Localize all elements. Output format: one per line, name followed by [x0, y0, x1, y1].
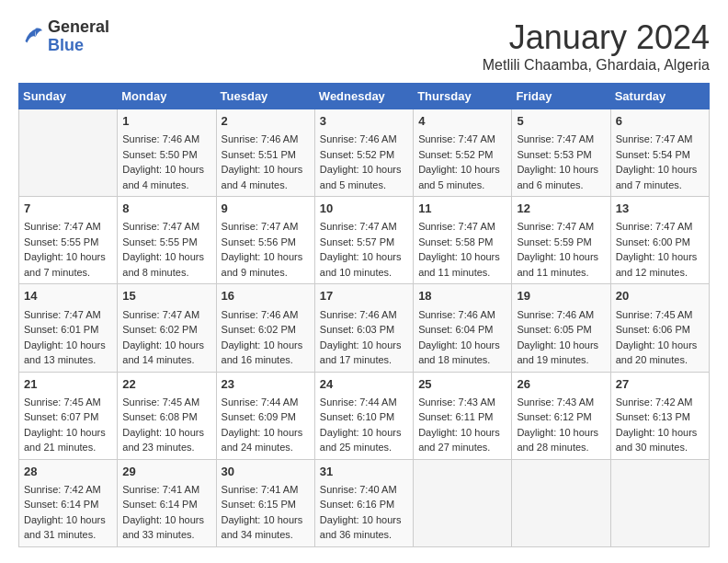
day-info: Sunrise: 7:45 AMSunset: 6:08 PMDaylight:…	[122, 395, 210, 455]
calendar-cell: 7Sunrise: 7:47 AMSunset: 5:55 PMDaylight…	[19, 197, 118, 284]
calendar-cell: 15Sunrise: 7:47 AMSunset: 6:02 PMDayligh…	[118, 284, 216, 372]
day-info: Sunrise: 7:47 AMSunset: 5:52 PMDaylight:…	[418, 132, 506, 192]
calendar-cell: 6Sunrise: 7:47 AMSunset: 5:54 PMDaylight…	[610, 109, 709, 197]
day-info: Sunrise: 7:46 AMSunset: 5:52 PMDaylight:…	[320, 132, 408, 192]
calendar-cell: 2Sunrise: 7:46 AMSunset: 5:51 PMDaylight…	[216, 109, 314, 197]
calendar-cell	[19, 109, 118, 197]
day-number: 28	[24, 464, 112, 480]
day-info: Sunrise: 7:43 AMSunset: 6:12 PMDaylight:…	[517, 395, 605, 455]
calendar-cell: 28Sunrise: 7:42 AMSunset: 6:14 PMDayligh…	[19, 459, 118, 546]
calendar-cell: 11Sunrise: 7:47 AMSunset: 5:58 PMDayligh…	[414, 197, 512, 284]
calendar-cell: 3Sunrise: 7:46 AMSunset: 5:52 PMDaylight…	[314, 109, 413, 197]
day-info: Sunrise: 7:45 AMSunset: 6:07 PMDaylight:…	[24, 395, 112, 455]
day-info: Sunrise: 7:47 AMSunset: 6:00 PMDaylight:…	[616, 219, 704, 280]
day-number: 22	[122, 376, 210, 393]
calendar-cell: 16Sunrise: 7:46 AMSunset: 6:02 PMDayligh…	[216, 284, 314, 372]
day-info: Sunrise: 7:42 AMSunset: 6:14 PMDaylight:…	[24, 482, 112, 543]
calendar-cell	[512, 459, 610, 546]
calendar-cell: 23Sunrise: 7:44 AMSunset: 6:09 PMDayligh…	[216, 372, 314, 459]
day-number: 24	[320, 376, 408, 393]
day-info: Sunrise: 7:46 AMSunset: 5:51 PMDaylight:…	[222, 132, 310, 192]
day-number: 7	[24, 201, 112, 217]
day-info: Sunrise: 7:47 AMSunset: 5:56 PMDaylight:…	[222, 219, 310, 280]
day-number: 1	[122, 113, 210, 130]
day-number: 27	[616, 376, 704, 393]
day-of-week-header: Thursday	[414, 84, 512, 109]
calendar-week-row: 28Sunrise: 7:42 AMSunset: 6:14 PMDayligh…	[19, 459, 710, 546]
day-number: 14	[24, 288, 112, 304]
page-subtitle: Metlili Chaamba, Ghardaia, Algeria	[483, 57, 710, 74]
day-number: 4	[418, 113, 506, 130]
day-info: Sunrise: 7:47 AMSunset: 6:02 PMDaylight:…	[122, 307, 210, 368]
calendar-cell: 12Sunrise: 7:47 AMSunset: 5:59 PMDayligh…	[512, 197, 610, 284]
day-info: Sunrise: 7:43 AMSunset: 6:11 PMDaylight:…	[418, 395, 506, 455]
calendar-cell: 1Sunrise: 7:46 AMSunset: 5:50 PMDaylight…	[118, 109, 216, 197]
day-info: Sunrise: 7:47 AMSunset: 5:59 PMDaylight:…	[517, 219, 605, 280]
calendar-cell: 26Sunrise: 7:43 AMSunset: 6:12 PMDayligh…	[512, 372, 610, 459]
day-of-week-header: Saturday	[610, 84, 709, 109]
day-of-week-header: Tuesday	[216, 84, 314, 109]
calendar-cell: 27Sunrise: 7:42 AMSunset: 6:13 PMDayligh…	[610, 372, 709, 459]
logo-general: General	[48, 18, 109, 37]
day-of-week-header: Sunday	[19, 84, 118, 109]
day-info: Sunrise: 7:46 AMSunset: 6:04 PMDaylight:…	[418, 307, 506, 368]
day-number: 30	[222, 464, 310, 480]
days-of-week-row: SundayMondayTuesdayWednesdayThursdayFrid…	[19, 84, 710, 109]
calendar-cell: 29Sunrise: 7:41 AMSunset: 6:14 PMDayligh…	[118, 459, 216, 546]
calendar-cell: 13Sunrise: 7:47 AMSunset: 6:00 PMDayligh…	[610, 197, 709, 284]
calendar-cell	[610, 459, 709, 546]
day-number: 29	[122, 464, 210, 480]
day-info: Sunrise: 7:40 AMSunset: 6:16 PMDaylight:…	[320, 482, 408, 543]
calendar-cell	[414, 459, 512, 546]
day-info: Sunrise: 7:46 AMSunset: 6:03 PMDaylight:…	[320, 307, 408, 368]
calendar-cell: 5Sunrise: 7:47 AMSunset: 5:53 PMDaylight…	[512, 109, 610, 197]
day-number: 13	[616, 201, 704, 217]
calendar-cell: 19Sunrise: 7:46 AMSunset: 6:05 PMDayligh…	[512, 284, 610, 372]
day-number: 6	[616, 113, 704, 130]
page-header: General Blue January 2024 Metlili Chaamb…	[18, 18, 710, 74]
logo-blue: Blue	[48, 37, 109, 55]
calendar-header: SundayMondayTuesdayWednesdayThursdayFrid…	[19, 84, 710, 109]
day-info: Sunrise: 7:47 AMSunset: 5:57 PMDaylight:…	[320, 219, 408, 280]
day-number: 25	[418, 376, 506, 393]
day-info: Sunrise: 7:41 AMSunset: 6:14 PMDaylight:…	[122, 482, 210, 543]
day-info: Sunrise: 7:47 AMSunset: 6:01 PMDaylight:…	[24, 307, 112, 368]
day-number: 3	[320, 113, 408, 130]
logo: General Blue	[18, 18, 109, 55]
day-number: 15	[122, 288, 210, 304]
calendar-cell: 20Sunrise: 7:45 AMSunset: 6:06 PMDayligh…	[610, 284, 709, 372]
calendar-cell: 30Sunrise: 7:41 AMSunset: 6:15 PMDayligh…	[216, 459, 314, 546]
day-of-week-header: Wednesday	[314, 84, 413, 109]
day-number: 10	[320, 201, 408, 217]
day-number: 9	[222, 201, 310, 217]
day-info: Sunrise: 7:47 AMSunset: 5:55 PMDaylight:…	[122, 219, 210, 280]
day-number: 8	[122, 201, 210, 217]
day-number: 21	[24, 376, 112, 393]
day-number: 18	[418, 288, 506, 304]
day-number: 16	[222, 288, 310, 304]
calendar-cell: 25Sunrise: 7:43 AMSunset: 6:11 PMDayligh…	[414, 372, 512, 459]
day-info: Sunrise: 7:46 AMSunset: 6:05 PMDaylight:…	[517, 307, 605, 368]
calendar-cell: 9Sunrise: 7:47 AMSunset: 5:56 PMDaylight…	[216, 197, 314, 284]
calendar-cell: 31Sunrise: 7:40 AMSunset: 6:16 PMDayligh…	[314, 459, 413, 546]
day-info: Sunrise: 7:47 AMSunset: 5:54 PMDaylight:…	[616, 132, 704, 192]
calendar-cell: 14Sunrise: 7:47 AMSunset: 6:01 PMDayligh…	[19, 284, 118, 372]
day-info: Sunrise: 7:44 AMSunset: 6:09 PMDaylight:…	[222, 395, 310, 455]
calendar-cell: 22Sunrise: 7:45 AMSunset: 6:08 PMDayligh…	[118, 372, 216, 459]
calendar-week-row: 7Sunrise: 7:47 AMSunset: 5:55 PMDaylight…	[19, 197, 710, 284]
day-info: Sunrise: 7:45 AMSunset: 6:06 PMDaylight:…	[616, 307, 704, 368]
calendar-week-row: 1Sunrise: 7:46 AMSunset: 5:50 PMDaylight…	[19, 109, 710, 197]
calendar-cell: 8Sunrise: 7:47 AMSunset: 5:55 PMDaylight…	[118, 197, 216, 284]
calendar-cell: 10Sunrise: 7:47 AMSunset: 5:57 PMDayligh…	[314, 197, 413, 284]
day-info: Sunrise: 7:47 AMSunset: 5:53 PMDaylight:…	[517, 132, 605, 192]
calendar-body: 1Sunrise: 7:46 AMSunset: 5:50 PMDaylight…	[19, 109, 710, 547]
day-info: Sunrise: 7:42 AMSunset: 6:13 PMDaylight:…	[616, 395, 704, 455]
day-of-week-header: Friday	[512, 84, 610, 109]
day-number: 2	[222, 113, 310, 130]
day-of-week-header: Monday	[118, 84, 216, 109]
day-number: 5	[517, 113, 605, 130]
title-area: January 2024 Metlili Chaamba, Ghardaia, …	[483, 18, 710, 74]
calendar-week-row: 21Sunrise: 7:45 AMSunset: 6:07 PMDayligh…	[19, 372, 710, 459]
calendar-table: SundayMondayTuesdayWednesdayThursdayFrid…	[18, 83, 710, 547]
logo-text: General Blue	[48, 18, 109, 55]
